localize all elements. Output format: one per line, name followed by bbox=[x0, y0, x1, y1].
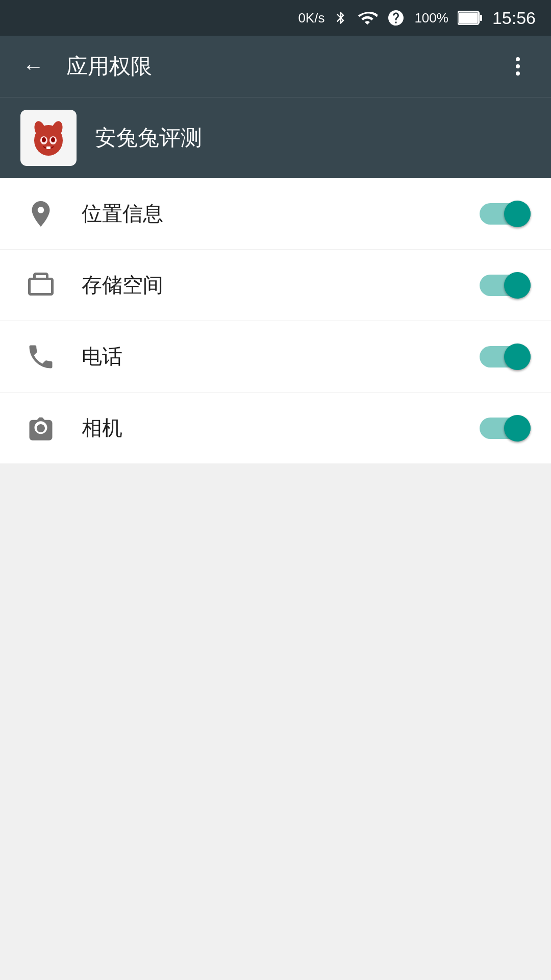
overflow-menu-button[interactable] bbox=[500, 48, 536, 84]
page-title: 应用权限 bbox=[66, 52, 500, 81]
camera-toggle[interactable] bbox=[480, 414, 531, 443]
svg-rect-14 bbox=[46, 146, 51, 149]
permission-list: 位置信息 存储空间 电话 bbox=[0, 178, 551, 464]
location-toggle[interactable] bbox=[480, 200, 531, 228]
storage-icon bbox=[20, 265, 61, 306]
storage-label: 存储空间 bbox=[82, 271, 480, 299]
svg-point-5 bbox=[516, 71, 520, 76]
clock: 15:56 bbox=[492, 8, 536, 28]
phone-toggle-thumb bbox=[504, 344, 531, 370]
location-label: 位置信息 bbox=[82, 200, 480, 228]
location-toggle-thumb bbox=[504, 201, 531, 227]
permission-item-storage: 存储空间 bbox=[0, 250, 551, 321]
phone-icon bbox=[20, 336, 61, 377]
permission-item-camera: 相机 bbox=[0, 393, 551, 464]
back-arrow-icon: ← bbox=[22, 56, 44, 77]
phone-toggle[interactable] bbox=[480, 342, 531, 371]
app-header: 安兔兔评测 bbox=[0, 97, 551, 178]
permission-item-location: 位置信息 bbox=[0, 178, 551, 250]
location-icon bbox=[20, 193, 61, 234]
storage-toggle[interactable] bbox=[480, 271, 531, 300]
status-bar: 0K/s 100% 15:56 bbox=[0, 0, 551, 36]
camera-label: 相机 bbox=[82, 414, 480, 442]
antutu-logo bbox=[26, 115, 71, 161]
camera-icon bbox=[20, 408, 61, 449]
svg-point-4 bbox=[516, 64, 520, 68]
storage-toggle-thumb bbox=[504, 272, 531, 299]
svg-point-12 bbox=[42, 137, 46, 142]
svg-point-13 bbox=[51, 137, 55, 142]
app-bar: ← 应用权限 bbox=[0, 36, 551, 97]
network-speed: 0K/s bbox=[298, 10, 324, 26]
more-vert-icon bbox=[506, 54, 530, 79]
back-button[interactable]: ← bbox=[15, 48, 51, 84]
bluetooth-icon bbox=[334, 8, 348, 28]
app-name: 安兔兔评测 bbox=[95, 124, 202, 152]
svg-rect-2 bbox=[480, 15, 482, 21]
empty-content-area bbox=[0, 464, 551, 923]
app-icon bbox=[20, 110, 77, 166]
permission-item-phone: 电话 bbox=[0, 321, 551, 393]
phone-label: 电话 bbox=[82, 342, 480, 371]
svg-point-3 bbox=[516, 57, 520, 61]
camera-toggle-thumb bbox=[504, 415, 531, 442]
sim-icon bbox=[387, 9, 405, 27]
wifi-icon bbox=[357, 8, 378, 28]
svg-rect-1 bbox=[459, 13, 478, 23]
battery-percent: 100% bbox=[414, 10, 448, 26]
battery-icon bbox=[458, 9, 483, 27]
